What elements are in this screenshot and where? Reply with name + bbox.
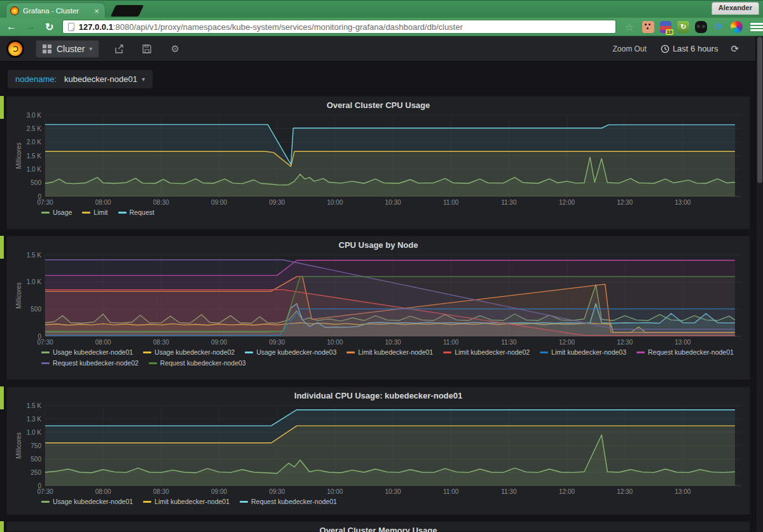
- svg-text:2.5 K: 2.5 K: [27, 125, 42, 132]
- svg-text:10:00: 10:00: [327, 488, 343, 495]
- legend-item[interactable]: Request kubedecker-node03: [149, 359, 246, 367]
- svg-text:09:00: 09:00: [211, 339, 227, 346]
- extension-mask-icon[interactable]: [695, 21, 707, 33]
- panel-cpu-by-node: CPU Usage by Node 07:3008:0008:3009:0009…: [6, 236, 750, 380]
- svg-text:1.0 K: 1.0 K: [27, 166, 42, 173]
- extension-face-icon[interactable]: [642, 21, 654, 33]
- svg-text:500: 500: [31, 456, 41, 463]
- browser-tabstrip: Grafana - Cluster × Alexander: [0, 0, 763, 18]
- legend-color-dash: [149, 362, 157, 364]
- legend-item[interactable]: Usage kubedecker-node01: [41, 348, 133, 356]
- chevron-down-icon: ▾: [142, 76, 145, 83]
- svg-text:09:30: 09:30: [269, 199, 285, 206]
- settings-gear-icon[interactable]: ⚙: [167, 43, 183, 55]
- legend-item[interactable]: Limit kubedecker-node02: [443, 348, 530, 356]
- dashboard-grid-icon: [43, 44, 52, 53]
- svg-text:07:30: 07:30: [37, 339, 53, 346]
- legend-item[interactable]: Usage kubedecker-node01: [41, 498, 133, 505]
- variable-nodename-dropdown[interactable]: nodename: kubedecker-node01 ▾: [8, 70, 153, 88]
- tab-title: Grafana - Cluster: [23, 7, 92, 15]
- browser-toolbar: ← → ↻ 127.0.0.1 :8080/api/v1/proxy/names…: [0, 18, 763, 36]
- svg-text:13:00: 13:00: [675, 199, 691, 206]
- refresh-icon[interactable]: ⟳: [731, 43, 739, 55]
- forward-icon[interactable]: →: [23, 21, 38, 32]
- legend-color-dash: [41, 501, 50, 503]
- extension-colorwheel-icon[interactable]: [731, 21, 743, 33]
- scrollbar-thumb[interactable]: [757, 37, 762, 183]
- grafana-app: Cluster ▾ ⚙ Zoom Out Last 6 hours ⟳ node…: [0, 36, 763, 532]
- dashboard-panels: Overal Cluster CPU Usage 07:3008:0008:30…: [0, 96, 763, 532]
- bookmark-star-icon[interactable]: ☆: [622, 21, 636, 33]
- svg-text:250: 250: [31, 469, 41, 476]
- legend-item[interactable]: Usage kubedecker-node03: [245, 348, 336, 356]
- legend-item[interactable]: Limit kubedecker-node03: [540, 348, 626, 356]
- variable-value: kubedecker-node01: [64, 74, 137, 84]
- clock-icon: [661, 44, 670, 53]
- svg-text:1.5 K: 1.5 K: [27, 153, 42, 160]
- legend-color-dash: [41, 362, 50, 364]
- svg-text:10:00: 10:00: [327, 339, 343, 346]
- legend-item[interactable]: Request kubedecker-node01: [636, 348, 734, 356]
- legend-item[interactable]: Request: [118, 208, 155, 216]
- legend-color-dash: [540, 351, 548, 353]
- browser-tab[interactable]: Grafana - Cluster ×: [6, 3, 105, 18]
- svg-text:11:00: 11:00: [443, 488, 459, 495]
- panel-title[interactable]: Overal Cluster CPU Usage: [12, 99, 745, 112]
- new-tab-button[interactable]: [111, 5, 144, 17]
- time-range-button[interactable]: Last 6 hours: [661, 44, 718, 53]
- legend-color-dash: [143, 351, 151, 353]
- panel-title[interactable]: Individual CPU Usage: kubedecker-node01: [12, 390, 745, 402]
- legend-item[interactable]: Limit kubedecker-node01: [143, 498, 230, 505]
- svg-text:1.5 K: 1.5 K: [27, 252, 42, 259]
- share-icon[interactable]: [111, 43, 127, 55]
- extension-rotate-icon[interactable]: ↻: [677, 21, 689, 33]
- extension-stack-icon[interactable]: 10: [660, 21, 672, 33]
- extension-sync-icon[interactable]: ⟳: [713, 21, 725, 33]
- row-accent-bar: [0, 521, 4, 532]
- legend-color-dash: [636, 351, 645, 353]
- browser-menu-icon[interactable]: [750, 22, 763, 32]
- chart-legend: Usage kubedecker-node01Limit kubedecker-…: [12, 496, 745, 507]
- url-host: 127.0.0.1: [79, 22, 113, 32]
- svg-text:10:30: 10:30: [385, 488, 401, 495]
- panel-title[interactable]: CPU Usage by Node: [12, 239, 745, 252]
- svg-text:10:30: 10:30: [385, 339, 401, 346]
- legend-color-dash: [41, 212, 50, 214]
- url-bar[interactable]: 127.0.0.1 :8080/api/v1/proxy/namespaces/…: [62, 20, 616, 34]
- legend-item[interactable]: Request kubedecker-node02: [41, 359, 139, 367]
- legend-color-dash: [347, 351, 355, 353]
- svg-text:08:00: 08:00: [95, 339, 111, 346]
- zoom-out-button[interactable]: Zoom Out: [613, 44, 647, 53]
- svg-text:07:30: 07:30: [37, 488, 53, 495]
- cpu-by-node-chart[interactable]: 07:3008:0008:3009:0009:3010:0010:3011:00…: [12, 252, 745, 347]
- chart-legend: UsageLimitRequest: [12, 207, 745, 217]
- save-icon[interactable]: [139, 43, 155, 55]
- legend-color-dash: [443, 351, 451, 353]
- grafana-favicon: [10, 6, 19, 15]
- svg-text:09:30: 09:30: [269, 488, 285, 495]
- grafana-navbar: Cluster ▾ ⚙ Zoom Out Last 6 hours ⟳: [0, 36, 763, 62]
- svg-text:1.5 K: 1.5 K: [27, 402, 42, 409]
- back-icon[interactable]: ←: [4, 21, 19, 32]
- legend-color-dash: [82, 212, 90, 214]
- svg-text:Millicores: Millicores: [15, 142, 22, 169]
- individual-cpu-chart[interactable]: 07:3008:0008:3009:0009:3010:0010:3011:00…: [12, 402, 745, 496]
- profile-button[interactable]: Alexander: [711, 2, 759, 15]
- variable-label: nodename:: [15, 74, 57, 84]
- legend-item[interactable]: Limit: [82, 208, 107, 216]
- dashboard-title: Cluster: [57, 44, 85, 54]
- legend-item[interactable]: Limit kubedecker-node01: [347, 348, 433, 356]
- legend-item[interactable]: Request kubedecker-node01: [240, 498, 337, 505]
- legend-item[interactable]: Usage: [41, 208, 72, 216]
- legend-item[interactable]: Usage kubedecker-node02: [143, 348, 235, 356]
- overall-cpu-chart[interactable]: 07:3008:0008:3009:0009:3010:0010:3011:00…: [12, 112, 745, 207]
- dashboard-picker[interactable]: Cluster ▾: [36, 40, 99, 58]
- reload-icon[interactable]: ↻: [42, 21, 57, 33]
- url-path: :8080/api/v1/proxy/namespaces/kube-syste…: [113, 22, 463, 32]
- svg-text:750: 750: [31, 442, 41, 449]
- grafana-logo-icon[interactable]: [6, 40, 24, 58]
- row-accent-bar: [0, 96, 4, 119]
- tab-close-icon[interactable]: ×: [92, 6, 101, 16]
- panel-title[interactable]: Overal Cluster Memory Usage: [12, 524, 745, 532]
- page-scrollbar[interactable]: [755, 36, 763, 532]
